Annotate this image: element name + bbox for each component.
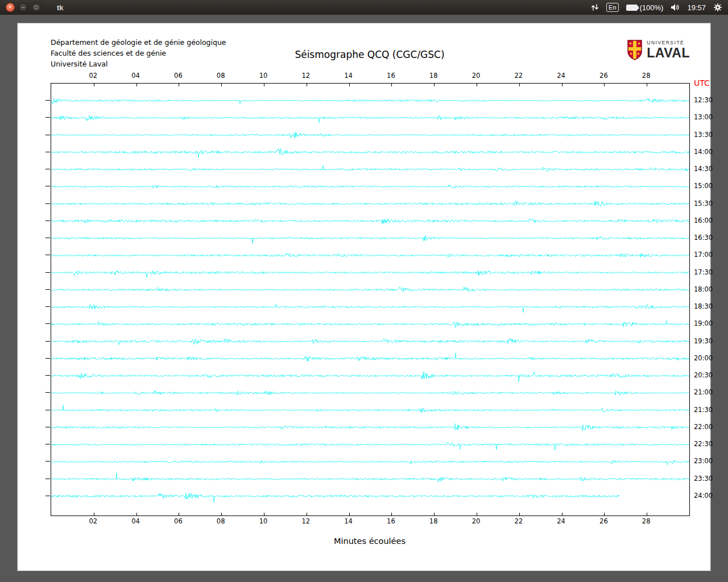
x-tick-label-top: 10 [254, 72, 273, 80]
battery-percent: (100%) [640, 3, 664, 12]
x-tick-label-bottom: 12 [296, 517, 316, 525]
trace-time-label: 19:30 [694, 337, 713, 345]
x-tick-label-top: 26 [594, 72, 613, 80]
trace-time-label: 20:00 [694, 354, 713, 362]
x-tick-label-bottom: 28 [636, 517, 656, 525]
trace-left-tick [46, 100, 50, 101]
window-minimize-button[interactable]: – [19, 3, 28, 12]
trace-time-label: 14:00 [694, 148, 713, 156]
x-tick-label-bottom: 16 [381, 517, 400, 525]
trace-left-tick [46, 410, 50, 410]
x-tick-label-bottom: 24 [552, 517, 571, 525]
x-tick-label-top: 12 [296, 72, 316, 80]
trace-left-tick [46, 203, 50, 204]
x-tick-label-bottom: 20 [466, 517, 486, 525]
trace-left-tick [46, 152, 50, 152]
x-tick-label-bottom: 06 [168, 517, 188, 525]
trace-left-tick [46, 496, 50, 496]
utc-axis-label: UTC [694, 78, 710, 88]
session-menu[interactable] [713, 3, 722, 12]
trace-left-tick [46, 306, 50, 307]
trace-left-tick [46, 221, 50, 221]
chart-title: Séismographe QCQ (CGC/GSC) [51, 49, 689, 60]
x-tick-label-bottom: 08 [211, 517, 230, 525]
window-title: tk [57, 3, 64, 12]
x-tick-label-top: 20 [466, 72, 486, 80]
x-tick-label-top: 28 [636, 72, 656, 80]
x-tick-label-bottom: 02 [84, 517, 103, 525]
trace-time-label: 19:00 [694, 319, 713, 327]
gear-icon [713, 3, 722, 12]
system-tray: En (100%) 19:57 [591, 3, 728, 12]
updown-arrows-icon[interactable] [591, 3, 599, 11]
x-axis-title: Minutes écoulées [51, 537, 689, 546]
x-tick-label-top: 06 [168, 72, 188, 80]
trace-left-tick [46, 272, 50, 273]
x-tick-label-bottom: 22 [509, 517, 528, 525]
x-tick-label-top: 24 [552, 72, 571, 80]
volume-indicator[interactable] [671, 3, 680, 11]
logo-laval-label: LAVAL [647, 47, 690, 60]
trace-left-tick [46, 427, 50, 427]
trace-time-label: 21:00 [694, 388, 713, 396]
window-close-button[interactable]: × [6, 3, 15, 12]
trace-time-label: 16:30 [694, 234, 713, 242]
x-tick-label-top: 04 [126, 72, 146, 80]
speaker-icon [671, 3, 680, 11]
institution-line-1: Département de géologie et de génie géol… [51, 37, 226, 48]
trace-left-tick [46, 341, 50, 342]
trace-time-label: 23:00 [694, 457, 713, 465]
trace-time-label: 21:30 [694, 406, 713, 414]
trace-time-label: 14:30 [694, 165, 713, 173]
trace-left-tick [46, 461, 50, 462]
battery-indicator[interactable]: (100%) [626, 3, 664, 12]
trace-left-tick [46, 186, 50, 186]
x-tick-label-bottom: 26 [594, 517, 613, 525]
trace-left-tick [46, 375, 50, 376]
trace-time-label: 22:00 [694, 423, 713, 431]
seismogram-traces-canvas [51, 84, 689, 516]
trace-time-label: 20:30 [694, 371, 713, 379]
window-maximize-button[interactable]: ▢ [32, 3, 41, 12]
keyboard-layout-label: En [606, 3, 618, 12]
app-window: Département de géologie et de génie géol… [17, 23, 711, 571]
x-tick-label-top: 02 [84, 72, 103, 80]
x-tick-label-top: 18 [424, 72, 443, 80]
trace-left-tick [46, 135, 50, 135]
maximize-icon: ▢ [34, 5, 39, 10]
minimize-icon: – [22, 5, 25, 10]
trace-left-tick [46, 289, 50, 290]
trace-time-label: 17:30 [694, 268, 713, 276]
x-tick-label-bottom: 18 [424, 517, 443, 525]
close-icon: × [9, 5, 12, 10]
trace-left-tick [46, 392, 50, 393]
trace-time-label: 24:00 [694, 492, 713, 500]
trace-left-tick [46, 255, 50, 255]
trace-time-label: 13:00 [694, 113, 713, 121]
top-panel: × – ▢ tk En (100%) 19:57 [0, 0, 728, 15]
logo-universite-label: UNIVERSITÉ [647, 40, 690, 45]
window-controls: × – ▢ [0, 3, 47, 12]
x-tick-label-top: 14 [339, 72, 358, 80]
trace-left-tick [46, 479, 50, 479]
trace-time-label: 16:00 [694, 217, 713, 225]
trace-time-label: 15:00 [694, 182, 713, 190]
trace-left-tick [46, 169, 50, 169]
x-tick-label-bottom: 04 [126, 517, 146, 525]
clock-label: 19:57 [687, 3, 706, 12]
x-tick-label-bottom: 14 [339, 517, 358, 525]
x-tick-label-top: 08 [211, 72, 230, 80]
trace-left-tick [46, 323, 50, 324]
trace-left-tick [46, 444, 50, 444]
trace-left-tick [46, 117, 50, 118]
trace-left-tick [46, 358, 50, 359]
clock-indicator[interactable]: 19:57 [687, 3, 706, 12]
keyboard-layout-indicator[interactable]: En [606, 3, 618, 12]
trace-time-label: 22:30 [694, 440, 713, 448]
seismograph-plot [51, 83, 690, 516]
x-tick-label-top: 22 [509, 72, 528, 80]
trace-time-label: 23:30 [694, 475, 713, 483]
laval-shield-icon [627, 39, 643, 61]
trace-time-label: 15:30 [694, 199, 713, 207]
trace-left-tick [46, 238, 50, 238]
